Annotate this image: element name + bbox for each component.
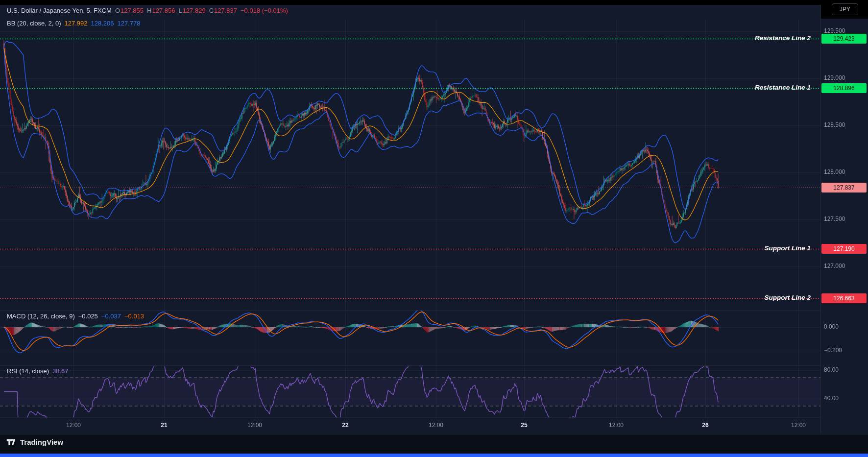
macd-histogram-value: −0.025 — [78, 313, 98, 320]
time-label: 25 — [509, 422, 539, 429]
rsi-tick-label: 80.00 — [824, 366, 839, 373]
macd-legend-row[interactable]: MACD (12, 26, close, 9) −0.025 −0.037 −0… — [7, 313, 144, 320]
time-label: 21 — [149, 422, 179, 429]
tradingview-chart-window: JPY U.S. Dollar / Japanese Yen, 5, FXCM … — [0, 0, 868, 457]
tradingview-logo-icon — [6, 437, 16, 447]
macd-signal-value: −0.013 — [124, 313, 144, 320]
time-label: 12:00 — [240, 422, 269, 429]
symbol-legend-row[interactable]: U.S. Dollar / Japanese Yen, 5, FXCM O127… — [7, 7, 288, 14]
ohlc-high: H127.856 — [147, 7, 175, 14]
price-tick-label: 129.500 — [824, 27, 845, 34]
time-label: 12:00 — [421, 422, 451, 429]
tradingview-wordmark: TradingView — [20, 438, 63, 446]
time-label: 12:00 — [602, 422, 631, 429]
price-axis[interactable]: 129.500129.000128.500128.000127.500127.0… — [820, 0, 868, 434]
level-price-badge[interactable]: 126.663 — [821, 293, 867, 303]
tradingview-logo-link[interactable]: TradingView — [6, 437, 63, 447]
bb-basis-value: 127.992 — [65, 20, 88, 27]
bb-lower-value: 127.778 — [118, 20, 141, 27]
rsi-legend-row[interactable]: RSI (14, close) 38.67 — [7, 367, 69, 375]
level-price-badge[interactable]: 129.423 — [821, 34, 867, 44]
macd-title[interactable]: MACD (12, 26, close, 9) — [7, 313, 75, 320]
macd-tick-label: −0.200 — [824, 347, 842, 354]
top-black-bar — [0, 0, 868, 5]
bb-upper-value: 128.206 — [91, 20, 114, 27]
time-label: 22 — [331, 422, 360, 429]
price-tick-label: 128.500 — [824, 121, 845, 128]
price-tick-label: 128.000 — [824, 168, 845, 175]
currency-badge[interactable]: JPY — [832, 3, 858, 15]
bottom-accent-bar — [0, 454, 868, 457]
price-tick-label: 129.000 — [824, 74, 845, 81]
time-axis[interactable]: 12:002112:002212:002512:002612:00 — [0, 417, 820, 434]
time-label: 12:00 — [59, 422, 88, 429]
time-label: 26 — [691, 422, 720, 429]
macd-tick-label: 0.000 — [824, 323, 839, 330]
ohlc-close: C127.837 — [209, 7, 237, 14]
level-price-badge[interactable]: 128.896 — [821, 83, 867, 93]
price-tick-label: 127.000 — [824, 263, 845, 269]
rsi-tick-label: 40.00 — [824, 395, 839, 402]
price-tick-label: 127.500 — [824, 216, 845, 222]
level-price-badge[interactable]: 127.190 — [821, 244, 867, 254]
ohlc-low: L127.829 — [178, 7, 205, 14]
last-price-badge: 127.837 — [821, 183, 867, 192]
ohlc-open: O127.855 — [115, 7, 144, 14]
symbol-title[interactable]: U.S. Dollar / Japanese Yen, 5, FXCM — [7, 7, 112, 14]
bb-legend-row[interactable]: BB (20, close, 2, 0) 127.992 128.206 127… — [7, 20, 141, 27]
price-change: −0.018 (−0.01%) — [241, 7, 288, 14]
rsi-value: 38.67 — [52, 367, 69, 375]
macd-line-value: −0.037 — [101, 313, 121, 320]
chart-canvas[interactable] — [0, 0, 868, 457]
time-label: 12:00 — [784, 422, 813, 429]
rsi-title[interactable]: RSI (14, close) — [7, 367, 49, 375]
bb-title[interactable]: BB (20, close, 2, 0) — [7, 20, 61, 27]
